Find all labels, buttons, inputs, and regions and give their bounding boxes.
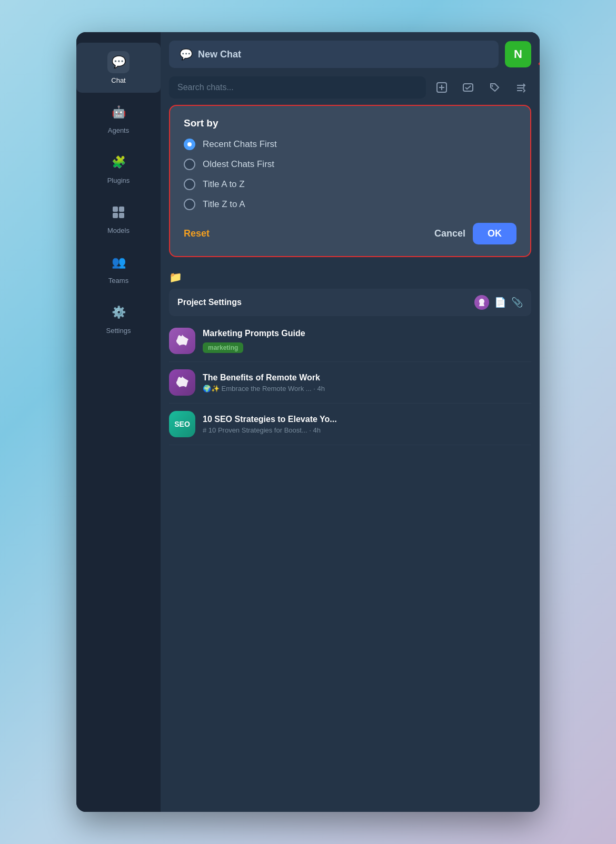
chat-bubble-icon: 💬 <box>180 48 193 61</box>
sidebar-item-settings[interactable]: ⚙️ Settings <box>76 293 161 343</box>
models-icon <box>107 201 130 223</box>
sort-label-ztoa: Title Z to A <box>203 199 245 210</box>
chat-avatar-2 <box>169 369 195 396</box>
chat-title-2: The Benefits of Remote Work <box>203 373 531 382</box>
sidebar-item-teams[interactable]: 👥 Teams <box>76 243 161 293</box>
add-chat-button[interactable] <box>431 77 452 98</box>
new-chat-button[interactable]: 💬 New Chat <box>169 41 499 68</box>
select-button[interactable] <box>458 77 479 98</box>
sidebar-item-plugins[interactable]: 🧩 Plugins <box>76 143 161 193</box>
doc-icon: 📄 <box>494 297 506 308</box>
sort-label-atoz: Title A to Z <box>203 179 245 190</box>
ok-button[interactable]: OK <box>473 223 516 244</box>
radio-oldest[interactable] <box>184 159 195 170</box>
arrow-annotation <box>515 36 540 83</box>
cancel-button[interactable]: Cancel <box>434 228 465 239</box>
plugins-icon: 🧩 <box>107 151 130 173</box>
folder-header[interactable]: 📁 <box>169 266 531 289</box>
chat-tag-1: marketing <box>203 342 243 353</box>
chat-subtitle-3: # 10 Proven Strategies for Boost... · 4h <box>203 426 531 434</box>
agents-icon: 🤖 <box>107 101 130 123</box>
new-chat-label: New Chat <box>198 49 241 60</box>
sort-option-atoz[interactable]: Title A to Z <box>184 179 516 190</box>
sidebar-label-chat: Chat <box>111 76 125 84</box>
search-input[interactable] <box>169 76 426 99</box>
sidebar-label-models: Models <box>107 227 130 234</box>
sidebar-label-settings: Settings <box>106 327 131 335</box>
svg-line-5 <box>539 41 540 65</box>
sort-option-oldest[interactable]: Oldest Chats First <box>184 159 516 170</box>
svg-rect-3 <box>119 213 124 218</box>
teams-icon: 👥 <box>107 251 130 273</box>
sort-dialog: Sort by Recent Chats First Oldest Chats … <box>169 105 531 257</box>
reset-button[interactable]: Reset <box>184 228 210 239</box>
folder-icon: 📁 <box>169 271 182 283</box>
sidebar-label-agents: Agents <box>108 126 129 134</box>
chat-list: 📁 Project Settings 📄 📎 <box>161 266 540 812</box>
sidebar-label-teams: Teams <box>108 277 128 284</box>
paperclip-icon: 📎 <box>511 297 523 308</box>
svg-point-10 <box>492 85 493 87</box>
sort-footer: Reset Cancel OK <box>184 223 516 244</box>
chat-info-2: The Benefits of Remote Work 🌍✨ Embrace t… <box>203 373 531 392</box>
sidebar-label-plugins: Plugins <box>107 176 130 184</box>
radio-ztoa[interactable] <box>184 199 195 210</box>
chat-item-3[interactable]: SEO 10 SEO Strategies to Elevate Yo... #… <box>169 404 531 445</box>
sidebar-item-agents[interactable]: 🤖 Agents <box>76 93 161 143</box>
chat-title-3: 10 SEO Strategies to Elevate Yo... <box>203 415 531 424</box>
svg-rect-1 <box>119 207 124 212</box>
chat-avatar-1 <box>169 328 195 354</box>
sort-options: Recent Chats First Oldest Chats First Ti… <box>184 139 516 210</box>
search-bar <box>161 76 540 105</box>
tag-button[interactable] <box>484 77 505 98</box>
sort-label-oldest: Oldest Chats First <box>203 159 274 170</box>
project-settings-bar[interactable]: Project Settings 📄 📎 <box>169 289 531 316</box>
project-settings-label: Project Settings <box>177 298 469 307</box>
radio-atoz[interactable] <box>184 179 195 190</box>
app-container: 💬 Chat 🤖 Agents 🧩 Plugins Models 👥 <box>76 32 540 812</box>
header: 💬 New Chat N <box>161 32 540 76</box>
chat-item-1[interactable]: Marketing Prompts Guide marketing <box>169 320 531 362</box>
sort-label-recent: Recent Chats First <box>203 139 277 150</box>
svg-rect-0 <box>113 207 118 212</box>
chat-subtitle-2: 🌍✨ Embrace the Remote Work ... · 4h <box>203 385 531 392</box>
main-content: 💬 New Chat N <box>161 32 540 812</box>
radio-recent[interactable] <box>184 139 195 150</box>
chat-title-1: Marketing Prompts Guide <box>203 329 531 338</box>
chat-info-1: Marketing Prompts Guide marketing <box>203 329 531 353</box>
sidebar-item-models[interactable]: Models <box>76 193 161 243</box>
chat-avatar-3: SEO <box>169 411 195 437</box>
settings-icon: ⚙️ <box>107 301 130 323</box>
sort-option-recent[interactable]: Recent Chats First <box>184 139 516 150</box>
svg-rect-2 <box>113 213 118 218</box>
sidebar: 💬 Chat 🤖 Agents 🧩 Plugins Models 👥 <box>76 32 161 812</box>
chat-item-2[interactable]: The Benefits of Remote Work 🌍✨ Embrace t… <box>169 362 531 404</box>
openai-icon <box>474 295 489 310</box>
sort-option-ztoa[interactable]: Title Z to A <box>184 199 516 210</box>
chat-icon: 💬 <box>107 51 130 73</box>
sidebar-item-chat[interactable]: 💬 Chat <box>76 43 161 93</box>
sort-title: Sort by <box>184 117 516 129</box>
chat-info-3: 10 SEO Strategies to Elevate Yo... # 10 … <box>203 415 531 434</box>
footer-actions: Cancel OK <box>434 223 516 244</box>
